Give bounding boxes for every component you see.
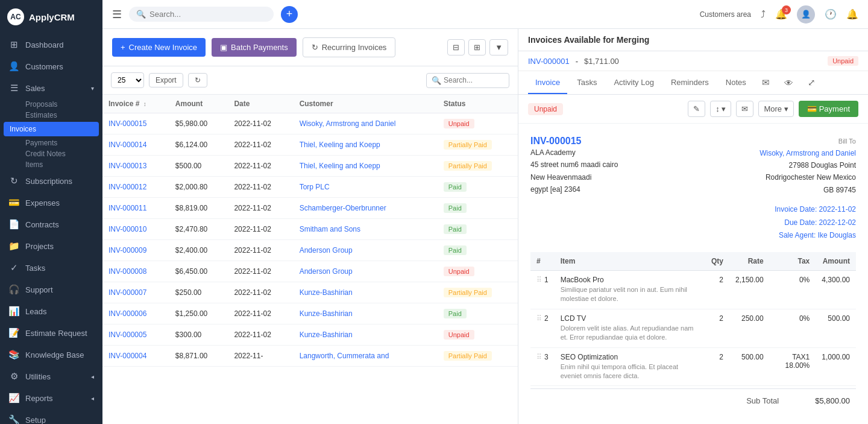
- customer-link[interactable]: Schamberger-Oberbrunner: [300, 204, 386, 212]
- sidebar-item-projects[interactable]: 📁 Projects: [0, 235, 102, 257]
- table-row[interactable]: INV-000013 $500.00 2022-11-02 Thiel, Kee…: [102, 156, 518, 177]
- create-invoice-button[interactable]: + Create New Invoice: [112, 38, 206, 57]
- topbar-right: Customers area ⤴ 🔔 3 👤 🕐 🔔: [700, 5, 858, 24]
- grid-view-button[interactable]: ⊞: [468, 39, 486, 55]
- customer-link[interactable]: Kunze-Bashirian: [300, 288, 353, 297]
- item-qty: 2: [705, 271, 729, 309]
- email-button[interactable]: ✉: [736, 101, 753, 117]
- tab-activity-log[interactable]: Activity Log: [606, 72, 661, 94]
- batch-payments-button[interactable]: ▣ Batch Payments: [212, 38, 297, 57]
- sidebar-item-dashboard[interactable]: ⊞ Dashboard: [0, 34, 102, 55]
- table-row[interactable]: INV-000012 $2,000.80 2022-11-02 Torp PLC…: [102, 177, 518, 198]
- sidebar-item-estimates[interactable]: Estimates: [0, 110, 102, 121]
- sidebar-item-payments[interactable]: Payments: [0, 138, 102, 148]
- table-row[interactable]: INV-000015 $5,980.00 2022-11-02 Wisoky, …: [102, 113, 518, 134]
- table-row[interactable]: INV-000014 $6,124.00 2022-11-02 Thiel, K…: [102, 134, 518, 156]
- status-badge: Partially Paid: [444, 161, 492, 171]
- tab-reminders[interactable]: Reminders: [664, 72, 716, 94]
- sidebar-item-subscriptions[interactable]: ↻ Subscriptions: [0, 170, 102, 192]
- customer-link[interactable]: Kunze-Bashirian: [300, 309, 353, 318]
- invoice-link[interactable]: INV-000010: [108, 225, 146, 233]
- per-page-select[interactable]: 25 50 100: [111, 72, 144, 88]
- invoice-link[interactable]: INV-000006: [108, 309, 146, 318]
- invoice-link[interactable]: INV-000015: [108, 119, 146, 128]
- invoice-link[interactable]: INV-000008: [108, 267, 146, 276]
- table-row[interactable]: INV-000004 $8,871.00 2022-11- Langworth,…: [102, 346, 518, 367]
- sidebar-item-setup[interactable]: 🔧 Setup: [0, 409, 102, 424]
- refresh-button[interactable]: ↻: [188, 73, 207, 87]
- sidebar-item-reports[interactable]: 📈 Reports ◂: [0, 387, 102, 409]
- sidebar-item-invoices[interactable]: Invoices: [4, 122, 99, 136]
- leads-icon: 📊: [8, 306, 19, 317]
- dropdown-button[interactable]: ↕ ▾: [710, 101, 731, 117]
- sidebar-item-support[interactable]: 🎧 Support: [0, 279, 102, 300]
- invoice-link[interactable]: INV-000007: [108, 288, 146, 297]
- sidebar-item-items[interactable]: Items: [0, 159, 102, 170]
- customer-link[interactable]: Anderson Group: [300, 246, 353, 255]
- table-row[interactable]: INV-000007 $250.00 2022-11-02 Kunze-Bash…: [102, 282, 518, 303]
- sidebar-item-sales[interactable]: ☰ Sales ▾: [0, 77, 102, 99]
- eye-icon[interactable]: 👁: [778, 72, 799, 94]
- table-search-input[interactable]: [444, 76, 504, 84]
- add-button[interactable]: +: [281, 6, 298, 23]
- sidebar-item-expenses[interactable]: 💳 Expenses: [0, 192, 102, 214]
- tab-invoice[interactable]: Invoice: [528, 72, 567, 94]
- notifications-icon[interactable]: 🔔 3: [775, 8, 787, 20]
- table-row[interactable]: INV-000011 $8,819.00 2022-11-02 Schamber…: [102, 198, 518, 219]
- customer-link[interactable]: Thiel, Keeling and Koepp: [300, 162, 380, 170]
- table-row[interactable]: INV-000009 $2,400.00 2022-11-02 Anderson…: [102, 240, 518, 261]
- customer-link[interactable]: Torp PLC: [300, 183, 330, 191]
- sidebar-item-customers[interactable]: 👤 Customers: [0, 55, 102, 77]
- invoice-link[interactable]: INV-000004: [108, 352, 146, 360]
- sidebar-item-proposals[interactable]: Proposals: [0, 99, 102, 110]
- customer-link[interactable]: Wisoky, Armstrong and Daniel: [300, 119, 396, 128]
- col-invoice-num[interactable]: Invoice # ↕: [102, 95, 169, 113]
- merge-invoice-link[interactable]: INV-000001: [528, 57, 570, 66]
- sidebar-item-estimate-request[interactable]: 📝 Estimate Request: [0, 322, 102, 344]
- expand-icon[interactable]: ⤢: [802, 71, 822, 94]
- search-input[interactable]: [149, 10, 246, 19]
- sidebar-item-credit-notes[interactable]: Credit Notes: [0, 148, 102, 159]
- sidebar-item-knowledge-base[interactable]: 📚 Knowledge Base: [0, 344, 102, 365]
- menu-toggle[interactable]: ☰: [112, 8, 122, 21]
- customer-link[interactable]: Anderson Group: [300, 267, 353, 276]
- share-icon[interactable]: ⤴: [761, 9, 766, 20]
- tab-notes[interactable]: Notes: [719, 72, 753, 94]
- col-customer[interactable]: Customer: [294, 95, 438, 113]
- collapse-button[interactable]: ⊟: [447, 39, 465, 55]
- filter-button[interactable]: ▼: [489, 39, 508, 55]
- sidebar-item-contracts[interactable]: 📄 Contracts: [0, 214, 102, 235]
- customer-link[interactable]: Kunze-Bashirian: [300, 331, 353, 339]
- col-status[interactable]: Status: [438, 95, 518, 113]
- table-row[interactable]: INV-000008 $6,450.00 2022-11-02 Anderson…: [102, 261, 518, 282]
- sidebar-item-tasks[interactable]: ✓ Tasks: [0, 257, 102, 279]
- invoice-link[interactable]: INV-000011: [108, 204, 146, 212]
- table-row[interactable]: INV-000010 $2,470.80 2022-11-02 Smitham …: [102, 219, 518, 240]
- invoice-link[interactable]: INV-000005: [108, 331, 146, 339]
- edit-button[interactable]: ✎: [688, 101, 705, 117]
- invoice-link[interactable]: INV-000009: [108, 246, 146, 255]
- sidebar-item-utilities[interactable]: ⚙ Utilities ◂: [0, 365, 102, 387]
- recurring-invoices-button[interactable]: ↻ Recurring Invoices: [303, 37, 396, 57]
- sidebar-item-leads[interactable]: 📊 Leads: [0, 300, 102, 322]
- col-amount[interactable]: Amount: [169, 95, 228, 113]
- more-button[interactable]: More ▾: [758, 101, 793, 117]
- bell-icon[interactable]: 🔔: [846, 8, 858, 20]
- invoice-link[interactable]: INV-000012: [108, 183, 146, 191]
- table-row[interactable]: INV-000006 $1,250.00 2022-11-02 Kunze-Ba…: [102, 303, 518, 324]
- envelope-icon[interactable]: ✉: [756, 71, 776, 94]
- app-logo[interactable]: AC ApplyCRM: [0, 0, 102, 34]
- table-row[interactable]: INV-000005 $300.00 2022-11-02 Kunze-Bash…: [102, 324, 518, 346]
- customer-link[interactable]: Thiel, Keeling and Koepp: [300, 141, 380, 149]
- clock-icon[interactable]: 🕐: [825, 8, 837, 20]
- customer-link[interactable]: Langworth, Cummerata and: [300, 352, 389, 360]
- export-button[interactable]: Export: [149, 73, 183, 87]
- col-date[interactable]: Date: [228, 95, 293, 113]
- invoice-link[interactable]: INV-000013: [108, 162, 146, 170]
- payment-button[interactable]: 💳 Payment: [799, 101, 858, 117]
- tab-tasks[interactable]: Tasks: [570, 72, 604, 94]
- customer-link[interactable]: Smitham and Sons: [300, 225, 360, 233]
- avatar[interactable]: 👤: [797, 5, 815, 24]
- invoice-link[interactable]: INV-000014: [108, 141, 146, 149]
- sidebar-label-leads: Leads: [25, 307, 46, 316]
